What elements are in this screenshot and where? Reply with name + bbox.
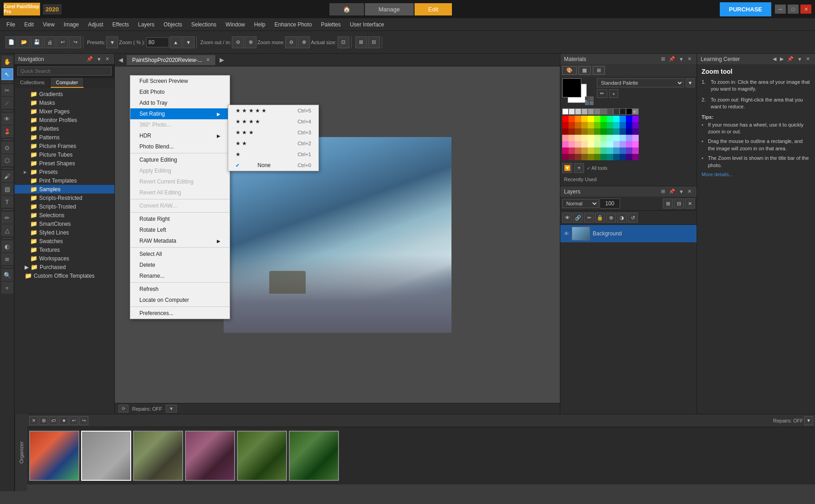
tree-patterns[interactable]: 📁Patterns <box>15 133 114 142</box>
tool-pen[interactable]: ✏ <box>1 212 13 224</box>
sw-q5[interactable] <box>588 141 594 148</box>
manage-button[interactable]: Manage <box>365 3 414 15</box>
sw-s12[interactable] <box>632 122 639 128</box>
tree-masks[interactable]: 📁Masks <box>15 98 114 107</box>
ctx-select-all[interactable]: Select All <box>130 249 230 260</box>
menu-image[interactable]: Image <box>59 20 83 30</box>
ctx-photo-blend[interactable]: Photo Blend... <box>130 141 230 152</box>
rating-3stars[interactable]: ★ ★ ★ Ctrl+3 <box>228 127 318 138</box>
menu-palettes[interactable]: Palettes <box>317 20 345 30</box>
menu-selections[interactable]: Selections <box>187 20 221 30</box>
tree-purchased[interactable]: ▶ 📁Purchased <box>15 263 114 271</box>
swatch-1[interactable] <box>569 108 575 115</box>
filmstrip-scroll[interactable] <box>27 427 815 484</box>
sw-r2[interactable] <box>569 116 575 122</box>
sw-s10[interactable] <box>620 122 626 128</box>
menu-ui[interactable]: User Interface <box>345 20 389 30</box>
tool-straighten[interactable]: ⟋ <box>1 97 13 109</box>
ctx-add-tray[interactable]: Add to Tray <box>130 97 230 108</box>
sw-u12[interactable] <box>632 148 639 154</box>
layer-icon-4[interactable]: 🔒 <box>595 213 605 223</box>
add-material-btn[interactable]: + <box>574 163 584 173</box>
sw-v9[interactable] <box>613 154 620 160</box>
minimize-button[interactable]: ─ <box>775 5 786 14</box>
zoom-more-in[interactable]: ⊕ <box>298 36 310 48</box>
sw-q10[interactable] <box>620 141 626 148</box>
swatch-add[interactable]: + <box>632 108 639 115</box>
actual-size-btn[interactable]: ⊡ <box>338 36 349 48</box>
ctx-set-rating[interactable]: Set Rating ▶ <box>130 108 230 119</box>
layer-icon-1[interactable]: 👁 <box>562 213 572 223</box>
layer-icon-5[interactable]: ⊕ <box>606 213 616 223</box>
ctx-rotate-right[interactable]: Rotate Right <box>130 214 230 224</box>
fg-color-swatch[interactable] <box>562 78 581 97</box>
organizer-sidebar[interactable]: Organizer <box>15 414 27 491</box>
eyedropper-btn[interactable]: 🔽 <box>562 163 572 173</box>
filmstrip-thumb-3[interactable] <box>133 431 183 481</box>
sw-v2[interactable] <box>569 154 575 160</box>
sw-p8[interactable] <box>607 135 613 141</box>
blend-mode-select[interactable]: Normal <box>562 199 599 208</box>
sw-s9[interactable] <box>613 122 620 128</box>
swatch-white[interactable] <box>562 108 569 115</box>
nav-close-btn[interactable]: ✕ <box>104 56 111 62</box>
tree-styled-lines[interactable]: 📁Styled Lines <box>15 228 114 237</box>
ctx-rotate-left[interactable]: Rotate Left <box>130 224 230 235</box>
edit-button[interactable]: Edit <box>415 3 452 15</box>
more-details-link[interactable]: More details... <box>702 172 810 177</box>
tool-shapes[interactable]: △ <box>1 224 13 236</box>
sw-t2[interactable] <box>569 128 575 135</box>
tree-palettes[interactable]: 📁Palettes <box>15 124 114 133</box>
filmstrip-undo[interactable]: ↩ <box>69 416 78 425</box>
sw-v12[interactable] <box>632 154 639 160</box>
tool-add[interactable]: + <box>1 282 13 294</box>
add-color-btn[interactable]: + <box>609 89 618 98</box>
ctx-delete[interactable]: Delete <box>130 260 230 270</box>
tool-zoom[interactable]: 🔍 <box>1 269 13 281</box>
ctx-rename[interactable]: Rename... <box>130 270 230 281</box>
sw-q3[interactable] <box>575 141 581 148</box>
sw-u10[interactable] <box>620 148 626 154</box>
mat-option-3[interactable] <box>585 101 589 105</box>
tb-print[interactable]: 🖨 <box>44 36 56 48</box>
sw-u9[interactable] <box>613 148 620 154</box>
sw-q4[interactable] <box>581 141 588 148</box>
tab-computer[interactable]: Computer <box>51 78 84 88</box>
ctx-full-screen[interactable]: Full Screen Preview <box>130 76 230 87</box>
sw-u1[interactable] <box>562 148 569 154</box>
filmstrip-redo[interactable]: ↪ <box>79 416 88 425</box>
tab-collections[interactable]: Collections <box>15 78 51 88</box>
sw-p5[interactable] <box>588 135 594 141</box>
learning-pin[interactable]: 📌 <box>786 56 795 62</box>
tool-select[interactable]: ↖ <box>1 68 13 80</box>
menu-adjust[interactable]: Adjust <box>83 20 108 30</box>
swatch-6[interactable] <box>600 108 607 115</box>
swatch-2[interactable] <box>575 108 581 115</box>
nav-pin-btn[interactable]: 📌 <box>85 56 94 62</box>
sw-u2[interactable] <box>569 148 575 154</box>
rating-5stars[interactable]: ★ ★ ★ ★ ★ Ctrl+5 <box>228 105 318 116</box>
sw-r12[interactable] <box>632 116 639 122</box>
edit-color-btn[interactable]: ✏ <box>597 89 607 98</box>
layer-eye-icon[interactable]: 👁 <box>564 231 569 236</box>
sw-p9[interactable] <box>613 135 620 141</box>
sw-t1[interactable] <box>562 128 569 135</box>
sw-r8[interactable] <box>607 116 613 122</box>
sw-u3[interactable] <box>575 148 581 154</box>
layer-background[interactable]: 👁 Background <box>560 225 697 243</box>
filmstrip-thumb-6[interactable] <box>289 431 339 481</box>
filmstrip-star[interactable]: ★ <box>59 416 68 425</box>
swatch-3[interactable] <box>581 108 588 115</box>
swatch-7[interactable] <box>607 108 613 115</box>
mat-pattern-btn[interactable]: ⊞ <box>593 66 605 75</box>
tree-scripts-trusted[interactable]: 📁Scripts-Trusted <box>15 202 114 211</box>
mat-option-2[interactable] <box>589 97 594 101</box>
ctx-raw-metadata[interactable]: RAW Metadata ▶ <box>130 235 230 246</box>
palette-menu-btn[interactable]: ▼ <box>686 78 695 87</box>
mat-option-1[interactable] <box>585 97 589 101</box>
layers-menu[interactable]: ▼ <box>677 188 685 195</box>
swatch-4[interactable] <box>588 108 594 115</box>
tb-new[interactable]: 📄 <box>5 36 17 48</box>
sw-r7[interactable] <box>600 116 607 122</box>
tab-close-btn[interactable]: ✕ <box>206 57 210 63</box>
